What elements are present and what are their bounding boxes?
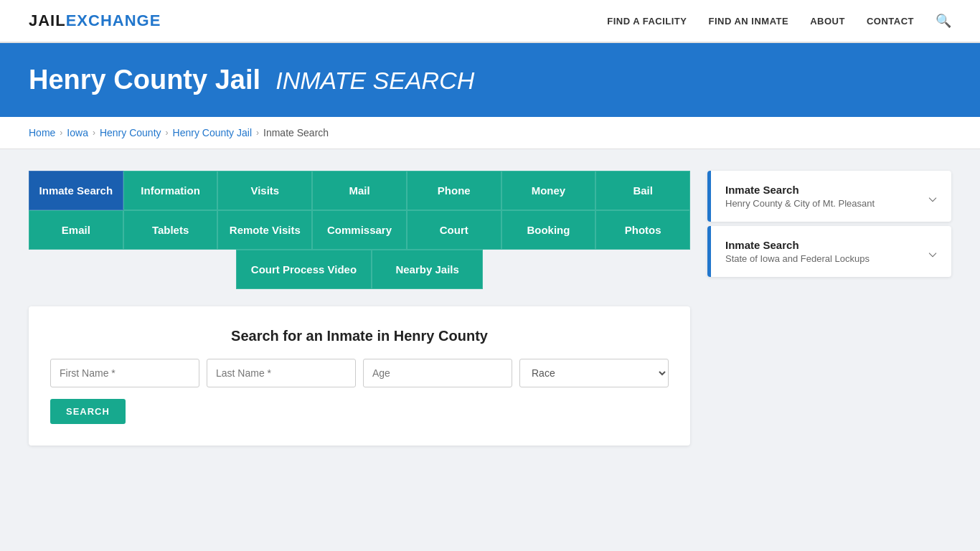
sep-3: › xyxy=(166,128,169,138)
page-title: Henry County Jail INMATE SEARCH xyxy=(29,65,951,95)
nav-search[interactable]: 🔍 xyxy=(936,13,951,29)
btn-bail[interactable]: Bail xyxy=(595,171,690,210)
search-icon[interactable]: 🔍 xyxy=(936,14,951,28)
nav-find-facility-link[interactable]: FIND A FACILITY xyxy=(607,16,687,27)
chevron-down-icon-2: ⌵ xyxy=(928,243,937,260)
search-fields: Race White Black Hispanic Asian Native A… xyxy=(50,359,669,387)
sidebar-card-iowa-subtitle: State of Iowa and Federal Lockups xyxy=(725,253,870,264)
sidebar-card-iowa-title: Inmate Search xyxy=(725,239,870,251)
nav-btn-row-2: Email Tablets Remote Visits Commissary C… xyxy=(29,210,690,250)
page-title-bold: Henry County Jail xyxy=(29,65,260,95)
sidebar-card-iowa-text: Inmate Search State of Iowa and Federal … xyxy=(725,239,870,264)
btn-court[interactable]: Court xyxy=(407,210,501,250)
sep-4: › xyxy=(256,128,259,138)
navbar: JAILEXCHANGE FIND A FACILITY FIND AN INM… xyxy=(0,0,980,43)
nav-find-inmate[interactable]: FIND AN INMATE xyxy=(708,14,788,27)
sidebar-card-iowa: Inmate Search State of Iowa and Federal … xyxy=(707,226,951,277)
site-logo[interactable]: JAILEXCHANGE xyxy=(29,11,161,30)
main-content: Inmate Search Information Visits Mail Ph… xyxy=(0,149,980,467)
btn-tablets[interactable]: Tablets xyxy=(123,210,218,250)
nav-btn-row-1: Inmate Search Information Visits Mail Ph… xyxy=(29,171,690,210)
age-input[interactable] xyxy=(363,359,512,387)
sidebar-card-henry-text: Inmate Search Henry County & City of Mt.… xyxy=(725,184,875,209)
btn-phone[interactable]: Phone xyxy=(407,171,501,210)
btn-commissary[interactable]: Commissary xyxy=(312,210,407,250)
btn-information[interactable]: Information xyxy=(123,171,218,210)
sidebar-card-henry-header[interactable]: Inmate Search Henry County & City of Mt.… xyxy=(707,171,951,222)
search-form: Search for an Inmate in Henry County Rac… xyxy=(29,306,690,446)
nav-buttons: Inmate Search Information Visits Mail Ph… xyxy=(29,171,690,289)
btn-nearby-jails[interactable]: Nearby Jails xyxy=(372,250,483,289)
right-sidebar: Inmate Search Henry County & City of Mt.… xyxy=(707,171,951,281)
breadcrumb-current: Inmate Search xyxy=(263,127,329,138)
breadcrumb-henry-county[interactable]: Henry County xyxy=(100,127,161,138)
btn-mail[interactable]: Mail xyxy=(312,171,407,210)
logo-jail: JAIL xyxy=(29,11,66,29)
breadcrumb-home[interactable]: Home xyxy=(29,127,55,138)
race-select[interactable]: Race White Black Hispanic Asian Native A… xyxy=(519,359,669,387)
hero-banner: Henry County Jail INMATE SEARCH xyxy=(0,43,980,117)
search-button[interactable]: SEARCH xyxy=(50,399,126,424)
nav-contact-link[interactable]: CONTACT xyxy=(867,16,914,27)
btn-inmate-search[interactable]: Inmate Search xyxy=(29,171,123,210)
nav-btn-row-3: Court Process Video Nearby Jails xyxy=(29,250,690,289)
left-column: Inmate Search Information Visits Mail Ph… xyxy=(29,171,690,446)
btn-remote-visits[interactable]: Remote Visits xyxy=(217,210,312,250)
page-title-italic: INMATE SEARCH xyxy=(275,67,474,94)
logo-exchange: EXCHANGE xyxy=(66,11,161,29)
nav-about-link[interactable]: ABOUT xyxy=(810,16,845,27)
breadcrumb-henry-county-jail[interactable]: Henry County Jail xyxy=(173,127,253,138)
btn-money[interactable]: Money xyxy=(501,171,596,210)
btn-court-process-video[interactable]: Court Process Video xyxy=(236,250,372,289)
breadcrumb-iowa[interactable]: Iowa xyxy=(67,127,88,138)
last-name-input[interactable] xyxy=(207,359,356,387)
breadcrumb: Home › Iowa › Henry County › Henry Count… xyxy=(29,127,951,138)
breadcrumb-bar: Home › Iowa › Henry County › Henry Count… xyxy=(0,117,980,149)
search-form-title: Search for an Inmate in Henry County xyxy=(50,328,669,344)
btn-email[interactable]: Email xyxy=(29,210,123,250)
sep-1: › xyxy=(60,128,62,138)
btn-booking[interactable]: Booking xyxy=(501,210,596,250)
sep-2: › xyxy=(93,128,95,138)
nav-menu: FIND A FACILITY FIND AN INMATE ABOUT CON… xyxy=(607,13,951,29)
sidebar-card-henry-subtitle: Henry County & City of Mt. Pleasant xyxy=(725,198,875,209)
sidebar-card-henry: Inmate Search Henry County & City of Mt.… xyxy=(707,171,951,222)
nav-find-inmate-link[interactable]: FIND AN INMATE xyxy=(708,16,788,27)
nav-contact[interactable]: CONTACT xyxy=(867,14,914,27)
sidebar-card-henry-title: Inmate Search xyxy=(725,184,875,196)
nav-find-facility[interactable]: FIND A FACILITY xyxy=(607,14,687,27)
chevron-down-icon: ⌵ xyxy=(928,188,937,205)
sidebar-card-iowa-header[interactable]: Inmate Search State of Iowa and Federal … xyxy=(707,226,951,277)
nav-about[interactable]: ABOUT xyxy=(810,14,845,27)
first-name-input[interactable] xyxy=(50,359,199,387)
btn-visits[interactable]: Visits xyxy=(217,171,312,210)
btn-photos[interactable]: Photos xyxy=(595,210,690,250)
